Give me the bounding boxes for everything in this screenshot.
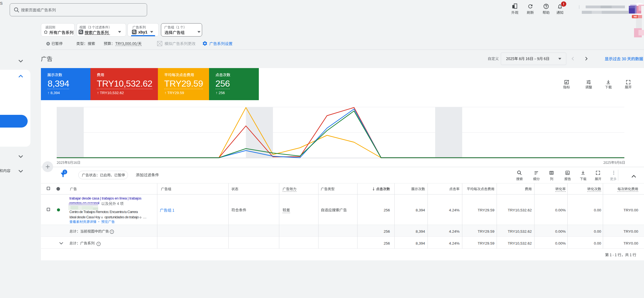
svg-text:?: ? (111, 230, 113, 233)
svg-text:?: ? (98, 243, 99, 245)
